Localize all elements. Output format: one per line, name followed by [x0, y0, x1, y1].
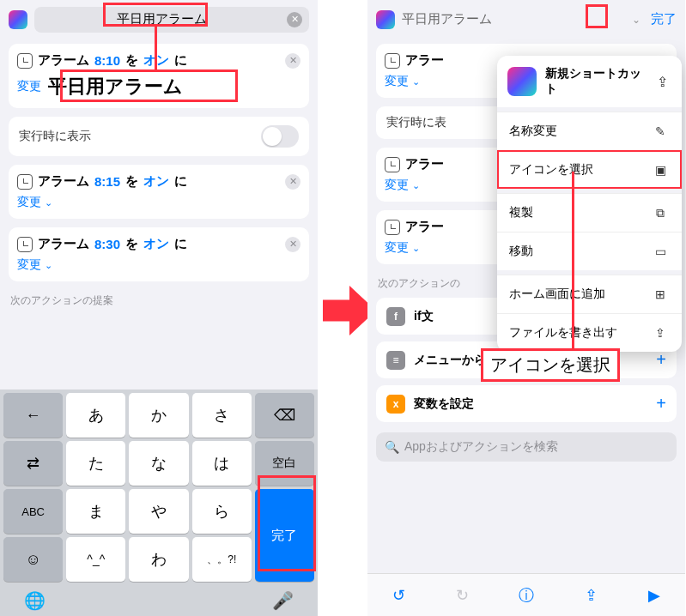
- key-sa[interactable]: さ: [192, 393, 252, 438]
- undo-icon[interactable]: ↺: [392, 586, 405, 605]
- title: 平日用アラーム: [402, 11, 622, 27]
- plus-icon[interactable]: +: [656, 394, 666, 414]
- close-icon[interactable]: ✕: [285, 174, 301, 190]
- alarm-card-3[interactable]: アラーム 8:30 を オン に ✕ 変更 ⌄: [9, 227, 309, 281]
- plus-icon[interactable]: +: [656, 350, 666, 370]
- globe-icon[interactable]: 🌐: [24, 590, 46, 611]
- key-na[interactable]: な: [129, 441, 188, 486]
- annotation-callout: アイコンを選択: [481, 348, 620, 382]
- clock-icon: [17, 174, 33, 190]
- key-ma[interactable]: ま: [66, 489, 125, 534]
- clock-icon: [17, 53, 33, 69]
- folder-icon: ▭: [651, 242, 670, 261]
- key-wa[interactable]: わ: [129, 537, 188, 582]
- menu-add-home[interactable]: ホーム画面に追加⊞: [497, 275, 682, 313]
- share-icon[interactable]: ⇪: [653, 72, 671, 91]
- shortcuts-app-icon: [376, 10, 395, 29]
- key-abc[interactable]: ABC: [3, 489, 63, 534]
- shortcuts-app-icon: [507, 67, 537, 96]
- if-icon: f: [386, 307, 405, 326]
- alarm-label: アラーム: [38, 52, 89, 69]
- pencil-icon: ✎: [651, 122, 670, 141]
- key-ha[interactable]: は: [192, 441, 252, 486]
- name-input-wrap[interactable]: ✕: [34, 7, 309, 33]
- close-icon[interactable]: ✕: [285, 53, 301, 69]
- suggestion-variable[interactable]: x 変数を設定 +: [376, 385, 677, 422]
- export-icon: ⇪: [651, 323, 670, 342]
- show-when-run-label: 実行時に表示: [19, 129, 91, 144]
- shortcut-inline-name: 平日用アラーム: [48, 74, 183, 100]
- alarm-time[interactable]: 8:10: [94, 53, 120, 68]
- keyboard-bottom: 🌐 🎤: [0, 585, 318, 616]
- chevron-down-icon[interactable]: ⌄: [45, 260, 52, 271]
- var-icon: x: [386, 395, 405, 414]
- topbar-right: 平日用アラーム ⌄ 完了: [367, 0, 685, 39]
- share-icon[interactable]: ⇪: [585, 586, 598, 605]
- key-kao[interactable]: ^_^: [66, 537, 125, 582]
- suggestions-hint: 次のアクションの提案: [0, 287, 318, 315]
- shortcuts-app-icon: [9, 10, 27, 29]
- key-ka[interactable]: か: [129, 393, 188, 438]
- bottom-toolbar: ↺ ↻ ⓘ ⇪ ▶: [367, 573, 685, 616]
- right-screenshot: 平日用アラーム ⌄ 完了 アラー 変更⌄ 実行時に表 アラー 変更⌄ アラー: [367, 0, 685, 616]
- clock-icon: [17, 237, 33, 252]
- key-ya[interactable]: や: [129, 489, 188, 534]
- play-icon[interactable]: ▶: [648, 586, 660, 605]
- toggle-switch[interactable]: [261, 125, 299, 148]
- clear-icon[interactable]: ✕: [287, 12, 302, 27]
- keyboard: ← あ か さ ⌫ ⇄ た な は 空白 ABC ま や ら 完了 ☺ ^_^ …: [0, 390, 318, 585]
- key-reverse[interactable]: ⇄: [3, 441, 63, 486]
- alarm-state[interactable]: オン: [143, 52, 169, 69]
- image-icon: ▣: [651, 160, 670, 179]
- mic-icon[interactable]: 🎤: [272, 590, 294, 611]
- info-icon[interactable]: ⓘ: [519, 585, 534, 606]
- shortcut-name-input[interactable]: [41, 12, 282, 27]
- menu-rename[interactable]: 名称変更✎: [497, 112, 682, 150]
- key-ra[interactable]: ら: [192, 489, 252, 534]
- close-icon[interactable]: ✕: [285, 237, 301, 252]
- left-screenshot: ✕ アラーム 8:10 を オン に ✕ 変更 平日用アラーム 実行時に表示: [0, 0, 318, 616]
- redo-icon[interactable]: ↻: [456, 586, 469, 605]
- plus-square-icon: ⊞: [651, 285, 670, 304]
- key-space[interactable]: 空白: [255, 441, 314, 486]
- change-link[interactable]: 変更: [17, 79, 41, 94]
- menu-export[interactable]: ファイルを書き出す⇪: [497, 313, 682, 352]
- menu-duplicate[interactable]: 複製⧉: [497, 193, 682, 232]
- popover-title: 新規ショートカット: [545, 66, 644, 97]
- key-emoji[interactable]: ☺: [3, 537, 63, 582]
- alarm-card-1[interactable]: アラーム 8:10 を オン に ✕ 変更 平日用アラーム: [9, 44, 309, 108]
- menu-choose-icon[interactable]: アイコンを選択▣: [497, 150, 682, 189]
- action-cards: アラーム 8:10 を オン に ✕ 変更 平日用アラーム 実行時に表示 アラー…: [0, 39, 318, 287]
- chevron-down-icon[interactable]: ⌄: [45, 197, 52, 208]
- chevron-down-icon[interactable]: ⌄: [412, 243, 420, 254]
- chevron-down-icon[interactable]: ⌄: [412, 180, 420, 191]
- duplicate-icon: ⧉: [651, 203, 670, 222]
- context-menu: 新規ショートカット ⇪ 名称変更✎ アイコンを選択▣ 複製⧉ 移動▭ ホーム画面…: [497, 56, 682, 352]
- chevron-down-icon[interactable]: ⌄: [412, 76, 420, 88]
- action-search[interactable]: 🔍 Appおよびアクションを検索: [376, 432, 677, 462]
- key-ta[interactable]: た: [66, 441, 125, 486]
- done-button[interactable]: 完了: [651, 11, 677, 27]
- search-placeholder: Appおよびアクションを検索: [404, 439, 558, 455]
- show-when-run-row: 実行時に表示: [9, 117, 309, 156]
- search-icon: 🔍: [385, 440, 399, 454]
- menu-move[interactable]: 移動▭: [497, 232, 682, 270]
- key-a[interactable]: あ: [66, 393, 125, 438]
- clock-icon: [385, 53, 400, 69]
- topbar: ✕: [0, 0, 318, 39]
- key-backspace[interactable]: ⌫: [255, 393, 314, 438]
- clock-icon: [385, 157, 400, 172]
- key-punc[interactable]: 、。?!: [192, 537, 252, 582]
- clock-icon: [385, 220, 400, 235]
- key-undo[interactable]: ←: [3, 393, 63, 438]
- alarm-card-2[interactable]: アラーム 8:15 を オン に ✕ 変更 ⌄: [9, 165, 309, 219]
- chevron-down-icon[interactable]: ⌄: [628, 14, 644, 26]
- menu-icon: ≡: [386, 351, 405, 370]
